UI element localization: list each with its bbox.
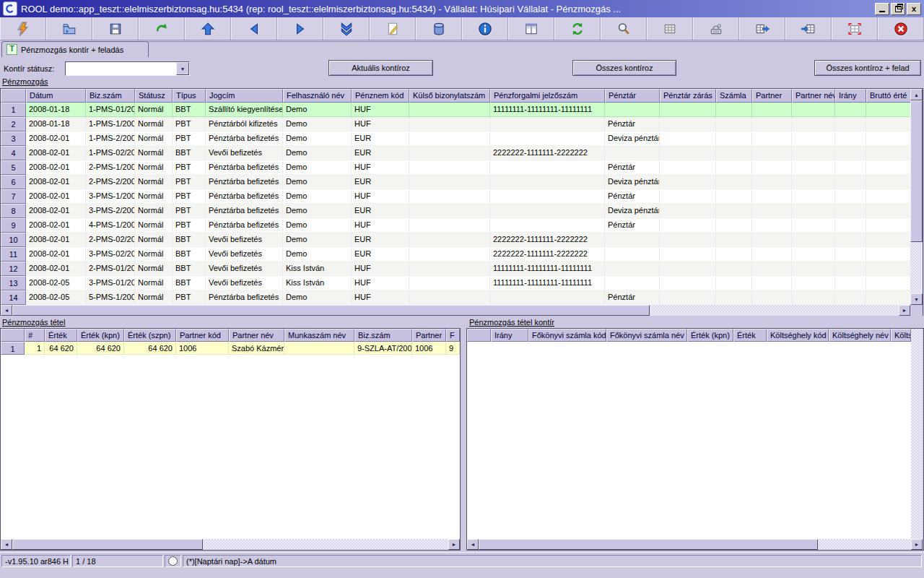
toolbar-button-export[interactable] xyxy=(739,17,785,40)
column-header-7[interactable]: Költség xyxy=(891,329,911,342)
column-header-2[interactable]: Státusz xyxy=(135,89,173,103)
toolbar-button-info[interactable] xyxy=(462,17,508,40)
toolbar-button-table[interactable] xyxy=(647,17,693,40)
column-header-5[interactable]: Partner név xyxy=(229,329,284,342)
table-row[interactable]: 1164 62064 62064 6201006Szabó Kázmér9-SZ… xyxy=(1,342,460,355)
column-header-10[interactable]: Pénztár zárás xyxy=(660,89,716,103)
column-header-7[interactable]: Külső bizonylatszám xyxy=(409,89,490,103)
toolbar-button-next[interactable] xyxy=(277,17,323,40)
column-header-15[interactable]: Bruttó érté xyxy=(866,89,910,103)
table-row[interactable]: 82008-02-013-PMS-2/2008NormálPBTPénztárb… xyxy=(1,204,910,218)
row-number[interactable]: 3 xyxy=(1,131,26,146)
column-header-3[interactable]: Érték (szpn) xyxy=(124,329,176,342)
kontir-scroll-left-button[interactable]: ◄ xyxy=(467,539,479,550)
toolbar-button-selection[interactable] xyxy=(832,17,878,40)
osszes-kontiroz-button[interactable]: Összes kontíroz xyxy=(572,60,676,76)
column-header-2[interactable]: Érték (kpn) xyxy=(77,329,124,342)
toolbar-button-columns[interactable] xyxy=(508,17,554,40)
column-header-1[interactable]: Főkönyvi számla kód xyxy=(528,329,606,342)
row-number[interactable]: 14 xyxy=(1,290,26,305)
row-number[interactable]: 1 xyxy=(1,103,26,117)
chevron-down-icon[interactable]: ▼ xyxy=(176,62,189,75)
detail-scroll-right-button[interactable]: ► xyxy=(448,539,460,550)
row-number[interactable]: 12 xyxy=(1,262,26,276)
scroll-left-button[interactable]: ◄ xyxy=(1,305,12,316)
detail-horizontal-scroll-thumb[interactable] xyxy=(12,539,203,550)
table-row[interactable]: 62008-02-012-PMS-2/2008NormálPBTPénztárb… xyxy=(1,175,910,189)
toolbar-button-import[interactable] xyxy=(785,17,832,40)
scroll-down-button[interactable]: ▼ xyxy=(910,293,923,305)
column-header-11[interactable]: Számla xyxy=(716,89,752,103)
column-header-3[interactable]: Típus xyxy=(173,89,206,103)
column-header-6[interactable]: Munkaszám név xyxy=(284,329,354,342)
kontir-horizontal-scroll-thumb[interactable] xyxy=(479,539,818,550)
toolbar-button-prev[interactable] xyxy=(231,17,277,40)
minimize-button[interactable] xyxy=(875,3,889,15)
detail-scroll-left-button[interactable]: ◄ xyxy=(1,539,12,550)
column-header-1[interactable]: Érték xyxy=(45,329,77,342)
column-header-9[interactable]: F xyxy=(446,329,460,342)
column-header-1[interactable]: Biz.szám xyxy=(86,89,135,103)
horizontal-scroll-thumb[interactable] xyxy=(12,305,650,316)
scroll-right-button[interactable]: ► xyxy=(899,305,910,316)
row-number[interactable]: 8 xyxy=(1,204,26,218)
column-header-4[interactable]: Érték xyxy=(733,329,767,342)
column-header-6[interactable]: Pénznem kód xyxy=(352,89,409,103)
row-number[interactable]: 10 xyxy=(1,233,26,247)
column-header-13[interactable]: Partner név xyxy=(792,89,835,103)
column-header-5[interactable]: Felhasználó név xyxy=(283,89,352,103)
row-number[interactable]: 9 xyxy=(1,218,26,233)
column-header-8[interactable]: Pénzforgalmi jelzőszám xyxy=(490,89,605,103)
toolbar-button-first[interactable] xyxy=(185,17,231,40)
column-header-8[interactable]: Partner xyxy=(412,329,446,342)
kontir-scroll-right-button[interactable]: ► xyxy=(911,539,923,550)
column-header-0[interactable]: Irány xyxy=(491,329,528,342)
close-button[interactable]: x xyxy=(907,3,921,15)
toolbar-button-edit[interactable] xyxy=(370,17,416,40)
tab-penzmozgas-kontir-feladas[interactable]: T Pénzmozgás kontír + feladás xyxy=(1,41,149,57)
aktualis-kontiroz-button[interactable]: Aktuális kontíroz xyxy=(328,60,433,76)
column-header-3[interactable]: Érték (kpn) xyxy=(687,329,733,342)
row-number[interactable]: 1 xyxy=(1,342,25,355)
vertical-scroll-thumb[interactable] xyxy=(910,100,923,242)
column-header-0[interactable]: # xyxy=(25,329,45,342)
column-header-7[interactable]: Biz.szám xyxy=(354,329,412,342)
restore-button[interactable] xyxy=(891,3,905,15)
toolbar-button-refresh[interactable] xyxy=(554,17,601,40)
osszes-kontiroz-felad-button[interactable]: Összes kontíroz + felad xyxy=(814,60,921,76)
table-row[interactable]: 132008-02-053-PMS-01/2008NormálBBTVevői … xyxy=(1,276,910,290)
column-header-2[interactable]: Főkönyvi számla név xyxy=(606,329,687,342)
toolbar-button-database[interactable] xyxy=(416,17,462,40)
column-header-4[interactable]: Partner kód xyxy=(176,329,229,342)
toolbar-button-bolt[interactable] xyxy=(0,17,46,40)
scroll-up-button[interactable]: ▲ xyxy=(910,89,923,100)
row-number[interactable]: 6 xyxy=(1,175,26,189)
table-row[interactable]: 142008-02-055-PMS-1/2008NormálPBTPénztár… xyxy=(1,290,910,305)
table-row[interactable]: 52008-02-012-PMS-1/2008NormálPBTPénztárb… xyxy=(1,160,910,175)
column-header-4[interactable]: Jogcím xyxy=(206,89,283,103)
toolbar-button-close-app[interactable] xyxy=(878,17,924,40)
toolbar-button-undo[interactable] xyxy=(139,17,185,40)
toolbar-button-terminal[interactable] xyxy=(693,17,739,40)
table-row[interactable]: 42008-02-011-PMS-02/2008NormálBBTVevői b… xyxy=(1,146,910,160)
column-header-14[interactable]: Irány xyxy=(835,89,866,103)
row-number[interactable]: 7 xyxy=(1,189,26,204)
column-header-0[interactable]: Dátum xyxy=(26,89,86,103)
toolbar-button-open[interactable] xyxy=(46,17,92,40)
kontir-statusz-combo[interactable]: ▼ xyxy=(65,61,190,76)
row-number[interactable]: 11 xyxy=(1,247,26,262)
table-row[interactable]: 22008-01-181-PMS-1/2008NormálPBTPénztárb… xyxy=(1,117,910,131)
table-row[interactable]: 102008-02-012-PMS-02/2008NormálBBTVevői … xyxy=(1,233,910,247)
table-row[interactable]: 122008-02-012-PMS-01/2008NormálBBTVevői … xyxy=(1,262,910,276)
kontir-vertical-scrollbar[interactable] xyxy=(911,329,923,539)
column-header-6[interactable]: Költséghely név xyxy=(829,329,891,342)
toolbar-button-save[interactable] xyxy=(92,17,139,40)
table-row[interactable]: 12008-01-181-PMS-01/2008NormálBBTSzállít… xyxy=(1,103,910,117)
row-number[interactable]: 2 xyxy=(1,117,26,131)
row-number[interactable]: 13 xyxy=(1,276,26,290)
table-row[interactable]: 72008-02-013-PMS-1/2008NormálPBTPénztárb… xyxy=(1,189,910,204)
toolbar-button-search[interactable] xyxy=(601,17,647,40)
table-row[interactable]: 32008-02-011-PMS-2/2008NormálPBTPénztárb… xyxy=(1,131,910,146)
title-bar[interactable]: ROOL demo::app_teszt::elelmiszerbiztonsa… xyxy=(0,0,924,17)
table-row[interactable]: 112008-02-013-PMS-02/2008NormálBBTVevői … xyxy=(1,247,910,262)
